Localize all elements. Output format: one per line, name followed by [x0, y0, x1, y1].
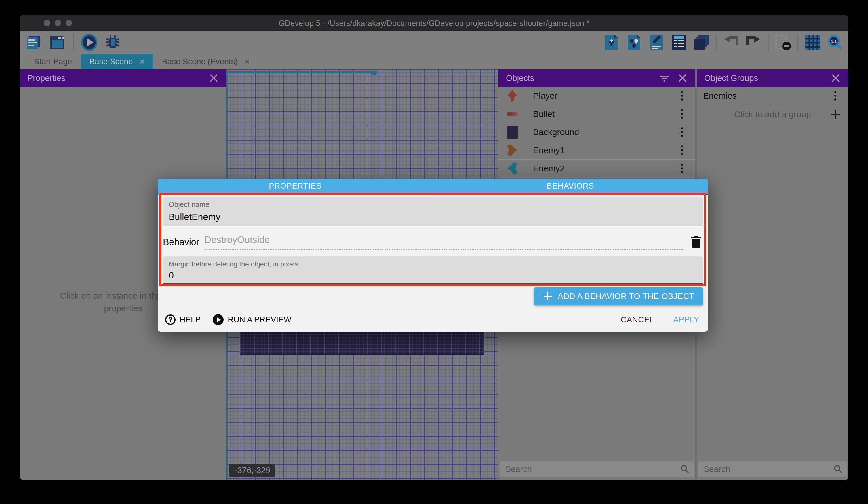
layers-icon[interactable]: [693, 34, 710, 50]
filter-icon[interactable]: [659, 73, 670, 83]
object-row-enemy2[interactable]: Enemy2: [498, 160, 695, 178]
project-manager-icon[interactable]: [25, 34, 42, 50]
tab-base-scene-events[interactable]: Base Scene (Events) ×: [153, 54, 258, 69]
group-menu-icon[interactable]: [829, 90, 841, 102]
margin-field[interactable]: Margin before deleting the object, in pi…: [163, 256, 703, 284]
behavior-label: Behavior: [163, 237, 199, 248]
tab-label: Start Page: [34, 57, 72, 66]
panel-title: Properties: [27, 73, 65, 83]
toolbar-separator: [716, 34, 717, 51]
zoom-original-icon[interactable]: 1:1: [827, 34, 843, 50]
behavior-row: Behavior DestroyOutside: [163, 230, 703, 254]
tab-active-indicator: [433, 193, 708, 195]
groups-search-input[interactable]: [704, 461, 816, 477]
selection-border-top: [227, 71, 377, 73]
behavior-name-value[interactable]: DestroyOutside: [204, 234, 270, 245]
player-sprite-icon: [506, 90, 519, 102]
object-editor-dialog: PROPERTIES BEHAVIORS Object name BulletE…: [158, 179, 708, 332]
objects-search-input[interactable]: [505, 461, 651, 477]
close-panel-icon[interactable]: [209, 73, 219, 83]
close-panel-icon[interactable]: [830, 73, 841, 83]
toolbar-separator: [768, 34, 769, 51]
margin-label: Margin before deleting the object, in pi…: [169, 260, 298, 268]
panel-title: Object Groups: [704, 73, 758, 83]
dialog-tab-behaviors[interactable]: BEHAVIORS: [433, 179, 708, 193]
object-row-background[interactable]: Background: [498, 123, 695, 141]
toolbar-separator: [797, 34, 798, 51]
selection-resize-handle[interactable]: [371, 72, 377, 75]
object-menu-icon[interactable]: [676, 126, 688, 139]
object-menu-icon[interactable]: [676, 162, 688, 175]
panel-title: Objects: [506, 73, 534, 83]
tab-underline-left: [158, 193, 433, 195]
object-row-enemy1[interactable]: Enemy1: [498, 141, 695, 160]
add-group-row[interactable]: Click to add a group: [697, 105, 848, 123]
svg-text:1:1: 1:1: [831, 39, 837, 44]
margin-value[interactable]: 0: [169, 270, 174, 281]
plus-icon: [830, 109, 841, 120]
grid-icon[interactable]: [805, 34, 821, 50]
window-title: GDevelop 5 - /Users/dkarakay/Documents/G…: [20, 19, 848, 28]
debug-icon[interactable]: [105, 34, 121, 50]
help-icon: ?: [165, 314, 176, 325]
selection-border-top-faint: [377, 72, 498, 73]
object-menu-icon[interactable]: [676, 108, 688, 120]
scene-properties-icon[interactable]: [49, 34, 65, 50]
groups-search-bar: [698, 461, 847, 477]
object-name-field[interactable]: Object name BulletEnemy: [163, 197, 703, 226]
tab-label: Base Scene (Events): [162, 57, 238, 66]
close-tab-icon[interactable]: ×: [140, 57, 145, 67]
scene-variables-icon[interactable]: [671, 34, 687, 50]
play-preview-icon[interactable]: [81, 34, 97, 50]
cancel-button[interactable]: CANCEL: [621, 315, 654, 324]
undo-icon[interactable]: [723, 34, 739, 50]
object-row-player[interactable]: Player: [498, 87, 695, 105]
run-preview-button[interactable]: RUN A PREVIEW: [213, 314, 291, 325]
dialog-tab-bar: PROPERTIES BEHAVIORS: [158, 179, 708, 193]
enemy2-sprite-icon: [506, 162, 519, 175]
group-row-enemies[interactable]: Enemies: [697, 87, 848, 105]
background-sprite-icon: [506, 126, 519, 139]
help-button[interactable]: ? HELP: [165, 314, 200, 325]
add-behavior-button[interactable]: ADD A BEHAVIOR TO THE OBJECT: [534, 288, 703, 305]
tab-start-page[interactable]: Start Page: [25, 54, 81, 69]
play-icon: [213, 314, 224, 325]
trash-icon: [690, 235, 702, 249]
object-groups-panel-header: Object Groups: [697, 69, 848, 87]
object-groups-panel: Object Groups Enemies Click to add a gro…: [697, 69, 848, 480]
close-tab-icon[interactable]: ×: [245, 57, 250, 67]
apply-button[interactable]: APPLY: [673, 315, 699, 324]
toolbar-separator: [73, 34, 74, 51]
redo-icon[interactable]: [745, 34, 762, 50]
objects-search-bar: [500, 461, 694, 477]
enemy1-sprite-icon: [506, 144, 519, 157]
object-name-label: Object name: [169, 200, 209, 209]
close-panel-icon[interactable]: [677, 73, 688, 83]
search-icon: [834, 465, 843, 474]
object-groups-icon[interactable]: [626, 34, 642, 50]
dialog-footer: ? HELP RUN A PREVIEW CANCEL APPLY: [165, 312, 699, 328]
search-icon: [680, 465, 689, 474]
tab-base-scene[interactable]: Base Scene ×: [81, 54, 153, 69]
dialog-tab-properties[interactable]: PROPERTIES: [158, 179, 433, 193]
delete-behavior-button[interactable]: [690, 235, 703, 249]
object-menu-icon[interactable]: [676, 90, 688, 102]
add-object-icon[interactable]: [603, 34, 620, 50]
edit-scene-icon[interactable]: [648, 34, 664, 50]
objects-panel-header: Objects: [498, 69, 695, 87]
object-menu-icon[interactable]: [676, 144, 688, 157]
editor-tab-bar: Start Page Base Scene × Base Scene (Even…: [20, 54, 848, 69]
bullet-sprite-icon: [506, 108, 519, 120]
properties-panel-header: Properties: [20, 69, 227, 87]
main-toolbar: 1:1: [20, 31, 848, 54]
object-row-bullet[interactable]: Bullet: [498, 105, 695, 123]
deselect-instances-icon[interactable]: [775, 34, 791, 50]
tab-label: Base Scene: [89, 57, 133, 66]
object-name-value[interactable]: BulletEnemy: [169, 212, 220, 222]
plus-icon: [543, 291, 552, 301]
title-bar: GDevelop 5 - /Users/dkarakay/Documents/G…: [20, 15, 848, 31]
cursor-coordinates-badge: -376;-329: [229, 464, 276, 477]
